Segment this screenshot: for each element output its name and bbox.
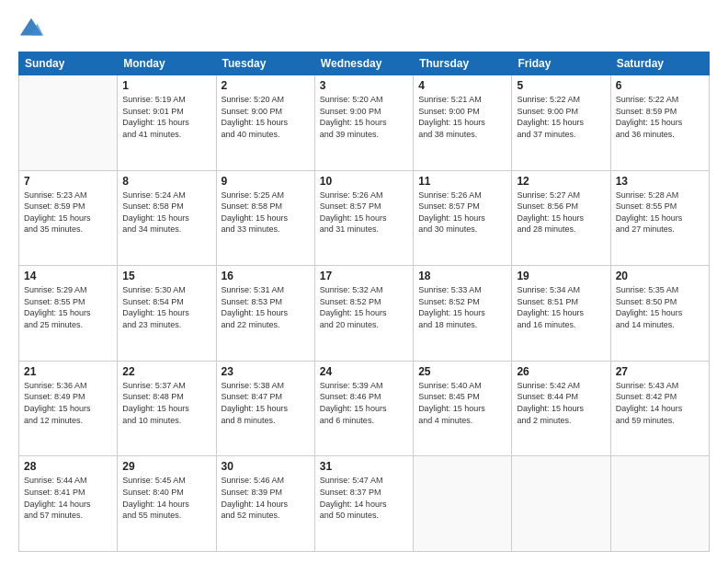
calendar-week-row: 28Sunrise: 5:44 AM Sunset: 8:41 PM Dayli… — [19, 456, 710, 552]
calendar-cell: 16Sunrise: 5:31 AM Sunset: 8:53 PM Dayli… — [216, 266, 314, 362]
page: SundayMondayTuesdayWednesdayThursdayFrid… — [0, 0, 728, 563]
calendar-cell: 10Sunrise: 5:26 AM Sunset: 8:57 PM Dayli… — [314, 170, 413, 266]
calendar-cell: 5Sunrise: 5:22 AM Sunset: 9:00 PM Daylig… — [512, 75, 610, 171]
weekday-header-sunday: Sunday — [19, 52, 118, 75]
day-number: 20 — [616, 270, 704, 282]
day-info: Sunrise: 5:19 AM Sunset: 9:01 PM Dayligh… — [122, 94, 210, 140]
day-number: 16 — [222, 270, 310, 282]
day-info: Sunrise: 5:28 AM Sunset: 8:55 PM Dayligh… — [616, 190, 704, 236]
calendar-cell: 30Sunrise: 5:46 AM Sunset: 8:39 PM Dayli… — [216, 456, 314, 552]
calendar-cell: 21Sunrise: 5:36 AM Sunset: 8:49 PM Dayli… — [19, 361, 118, 456]
calendar-cell: 9Sunrise: 5:25 AM Sunset: 8:58 PM Daylig… — [216, 170, 314, 266]
day-number: 29 — [122, 460, 210, 473]
day-info: Sunrise: 5:30 AM Sunset: 8:54 PM Dayligh… — [122, 284, 210, 330]
weekday-header-tuesday: Tuesday — [216, 52, 314, 75]
weekday-header-wednesday: Wednesday — [314, 52, 413, 75]
calendar-cell: 12Sunrise: 5:27 AM Sunset: 8:56 PM Dayli… — [512, 170, 610, 266]
calendar-cell: 25Sunrise: 5:40 AM Sunset: 8:45 PM Dayli… — [414, 361, 512, 456]
day-info: Sunrise: 5:26 AM Sunset: 8:57 PM Dayligh… — [320, 190, 408, 236]
day-number: 8 — [122, 175, 210, 188]
weekday-header-friday: Friday — [512, 52, 610, 75]
day-info: Sunrise: 5:22 AM Sunset: 9:00 PM Dayligh… — [517, 94, 605, 140]
day-info: Sunrise: 5:44 AM Sunset: 8:41 PM Dayligh… — [24, 475, 112, 521]
day-info: Sunrise: 5:47 AM Sunset: 8:37 PM Dayligh… — [320, 475, 408, 521]
calendar-cell: 23Sunrise: 5:38 AM Sunset: 8:47 PM Dayli… — [216, 361, 314, 456]
calendar-cell: 28Sunrise: 5:44 AM Sunset: 8:41 PM Dayli… — [19, 456, 118, 552]
day-info: Sunrise: 5:20 AM Sunset: 9:00 PM Dayligh… — [320, 94, 408, 140]
calendar-week-row: 7Sunrise: 5:23 AM Sunset: 8:59 PM Daylig… — [19, 170, 710, 266]
day-info: Sunrise: 5:42 AM Sunset: 8:44 PM Dayligh… — [517, 380, 605, 426]
day-number: 12 — [517, 175, 605, 188]
day-number: 25 — [418, 365, 506, 378]
calendar-cell: 29Sunrise: 5:45 AM Sunset: 8:40 PM Dayli… — [118, 456, 216, 552]
day-number: 7 — [24, 175, 112, 188]
calendar-cell — [610, 456, 709, 552]
calendar-cell: 20Sunrise: 5:35 AM Sunset: 8:50 PM Dayli… — [610, 266, 709, 362]
day-number: 18 — [418, 270, 506, 282]
calendar-cell: 1Sunrise: 5:19 AM Sunset: 9:01 PM Daylig… — [118, 75, 216, 171]
day-number: 5 — [517, 79, 605, 92]
day-info: Sunrise: 5:39 AM Sunset: 8:46 PM Dayligh… — [320, 380, 408, 426]
logo-icon — [18, 17, 44, 42]
day-number: 22 — [122, 365, 210, 378]
calendar-cell: 13Sunrise: 5:28 AM Sunset: 8:55 PM Dayli… — [610, 170, 709, 266]
calendar-week-row: 21Sunrise: 5:36 AM Sunset: 8:49 PM Dayli… — [19, 361, 710, 456]
calendar-cell: 8Sunrise: 5:24 AM Sunset: 8:58 PM Daylig… — [118, 170, 216, 266]
day-info: Sunrise: 5:37 AM Sunset: 8:48 PM Dayligh… — [122, 380, 210, 426]
day-number: 15 — [122, 270, 210, 282]
day-info: Sunrise: 5:23 AM Sunset: 8:59 PM Dayligh… — [24, 190, 112, 236]
day-info: Sunrise: 5:38 AM Sunset: 8:47 PM Dayligh… — [222, 380, 310, 426]
day-info: Sunrise: 5:25 AM Sunset: 8:58 PM Dayligh… — [222, 190, 310, 236]
day-number: 14 — [24, 270, 112, 282]
day-number: 4 — [418, 79, 506, 92]
calendar-cell — [414, 456, 512, 552]
day-info: Sunrise: 5:24 AM Sunset: 8:58 PM Dayligh… — [122, 190, 210, 236]
day-info: Sunrise: 5:22 AM Sunset: 8:59 PM Dayligh… — [616, 94, 704, 140]
calendar-cell: 4Sunrise: 5:21 AM Sunset: 9:00 PM Daylig… — [414, 75, 512, 171]
day-number: 30 — [222, 460, 310, 473]
day-number: 10 — [320, 175, 408, 188]
calendar-cell — [512, 456, 610, 552]
day-info: Sunrise: 5:36 AM Sunset: 8:49 PM Dayligh… — [24, 380, 112, 426]
calendar-cell: 27Sunrise: 5:43 AM Sunset: 8:42 PM Dayli… — [610, 361, 709, 456]
weekday-header-thursday: Thursday — [414, 52, 512, 75]
day-info: Sunrise: 5:20 AM Sunset: 9:00 PM Dayligh… — [222, 94, 310, 140]
calendar-cell: 26Sunrise: 5:42 AM Sunset: 8:44 PM Dayli… — [512, 361, 610, 456]
calendar-cell — [19, 75, 118, 171]
day-info: Sunrise: 5:45 AM Sunset: 8:40 PM Dayligh… — [122, 475, 210, 521]
day-info: Sunrise: 5:32 AM Sunset: 8:52 PM Dayligh… — [320, 284, 408, 330]
day-number: 19 — [517, 270, 605, 282]
calendar-cell: 31Sunrise: 5:47 AM Sunset: 8:37 PM Dayli… — [314, 456, 413, 552]
logo — [18, 17, 48, 42]
day-number: 23 — [222, 365, 310, 378]
calendar-cell: 22Sunrise: 5:37 AM Sunset: 8:48 PM Dayli… — [118, 361, 216, 456]
calendar-cell: 7Sunrise: 5:23 AM Sunset: 8:59 PM Daylig… — [19, 170, 118, 266]
day-number: 31 — [320, 460, 408, 473]
calendar-cell: 6Sunrise: 5:22 AM Sunset: 8:59 PM Daylig… — [610, 75, 709, 171]
day-number: 6 — [616, 79, 704, 92]
day-info: Sunrise: 5:40 AM Sunset: 8:45 PM Dayligh… — [418, 380, 506, 426]
day-number: 13 — [616, 175, 704, 188]
day-info: Sunrise: 5:21 AM Sunset: 9:00 PM Dayligh… — [418, 94, 506, 140]
day-number: 2 — [222, 79, 310, 92]
day-number: 3 — [320, 79, 408, 92]
day-number: 1 — [122, 79, 210, 92]
day-info: Sunrise: 5:26 AM Sunset: 8:57 PM Dayligh… — [418, 190, 506, 236]
calendar-cell: 11Sunrise: 5:26 AM Sunset: 8:57 PM Dayli… — [414, 170, 512, 266]
day-number: 27 — [616, 365, 704, 378]
day-number: 21 — [24, 365, 112, 378]
day-number: 17 — [320, 270, 408, 282]
calendar-cell: 15Sunrise: 5:30 AM Sunset: 8:54 PM Dayli… — [118, 266, 216, 362]
calendar-cell: 14Sunrise: 5:29 AM Sunset: 8:55 PM Dayli… — [19, 266, 118, 362]
calendar-week-row: 1Sunrise: 5:19 AM Sunset: 9:01 PM Daylig… — [19, 75, 710, 171]
header — [18, 17, 710, 42]
calendar-cell: 19Sunrise: 5:34 AM Sunset: 8:51 PM Dayli… — [512, 266, 610, 362]
day-info: Sunrise: 5:46 AM Sunset: 8:39 PM Dayligh… — [222, 475, 310, 521]
day-info: Sunrise: 5:33 AM Sunset: 8:52 PM Dayligh… — [418, 284, 506, 330]
calendar-cell: 3Sunrise: 5:20 AM Sunset: 9:00 PM Daylig… — [314, 75, 413, 171]
day-info: Sunrise: 5:29 AM Sunset: 8:55 PM Dayligh… — [24, 284, 112, 330]
day-info: Sunrise: 5:35 AM Sunset: 8:50 PM Dayligh… — [616, 284, 704, 330]
day-number: 9 — [222, 175, 310, 188]
day-number: 28 — [24, 460, 112, 473]
day-info: Sunrise: 5:34 AM Sunset: 8:51 PM Dayligh… — [517, 284, 605, 330]
